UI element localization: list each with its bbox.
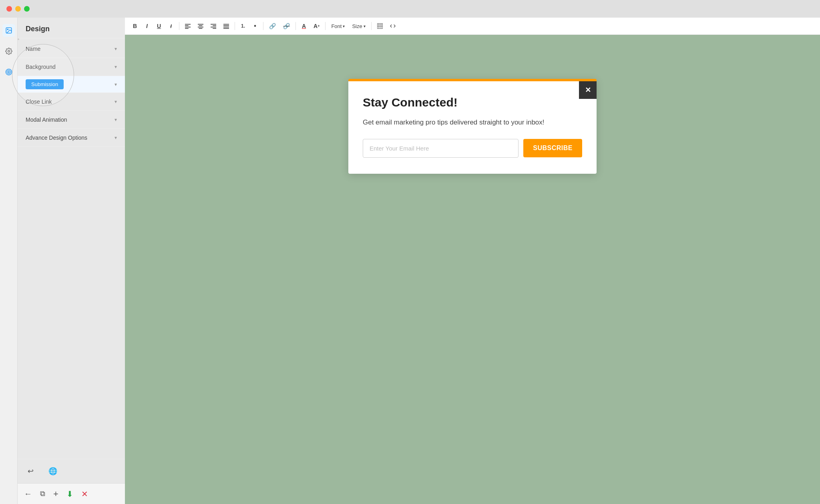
section-background-header[interactable]: Background ▾ bbox=[18, 58, 125, 76]
svg-rect-21 bbox=[223, 28, 229, 29]
section-background-label: Background bbox=[26, 64, 56, 70]
svg-rect-16 bbox=[211, 27, 216, 28]
svg-rect-17 bbox=[213, 28, 216, 29]
minimize-btn[interactable] bbox=[15, 6, 21, 12]
chevron-submission: ▾ bbox=[115, 82, 117, 87]
download-btn[interactable]: ⬇ bbox=[66, 489, 73, 499]
maximize-btn[interactable] bbox=[24, 6, 30, 12]
panel-bottom-icons: ↩ 🌐 bbox=[18, 459, 125, 483]
italic-btn[interactable]: I bbox=[142, 21, 152, 31]
align-center-btn[interactable] bbox=[195, 21, 206, 31]
underline-btn[interactable]: U bbox=[154, 21, 164, 31]
divider-1 bbox=[179, 22, 179, 30]
font-color-btn[interactable]: A bbox=[299, 21, 309, 31]
svg-rect-13 bbox=[199, 28, 203, 29]
settings-icon-btn[interactable] bbox=[2, 45, 15, 58]
modal-description: Get email marketing pro tips delivered s… bbox=[363, 117, 582, 128]
svg-point-5 bbox=[8, 72, 9, 73]
svg-rect-22 bbox=[377, 23, 383, 29]
chevron-modal-animation: ▾ bbox=[115, 117, 117, 122]
section-submission: Submission ▾ bbox=[18, 76, 125, 93]
bg-color-btn[interactable]: A+ bbox=[311, 21, 322, 31]
svg-rect-6 bbox=[185, 24, 191, 25]
duplicate-btn[interactable]: ⧉ bbox=[40, 490, 45, 498]
unlink-btn[interactable]: 🔗 bbox=[280, 21, 293, 31]
modal-wrapper: ✕ Stay Connected! Get email marketing pr… bbox=[125, 55, 820, 174]
table-btn[interactable] bbox=[374, 21, 386, 31]
svg-rect-20 bbox=[223, 27, 229, 28]
undo-icon-btn[interactable]: ↩ bbox=[24, 465, 37, 478]
section-modal-animation: Modal Animation ▾ bbox=[18, 111, 125, 129]
divider-3 bbox=[263, 22, 263, 30]
section-advance-design-header[interactable]: Advance Design Options ▾ bbox=[18, 129, 125, 147]
strikethrough-btn[interactable]: I bbox=[166, 21, 176, 31]
svg-rect-11 bbox=[199, 25, 203, 26]
section-name: Name ▾ bbox=[18, 40, 125, 58]
icon-sidebar bbox=[0, 18, 18, 504]
target-icon-btn[interactable] bbox=[2, 66, 15, 78]
unordered-list-btn[interactable]: • bbox=[250, 21, 260, 31]
divider-4 bbox=[295, 22, 296, 30]
svg-point-4 bbox=[7, 70, 10, 74]
close-btn[interactable] bbox=[6, 6, 12, 12]
bottom-bar: ← ⧉ + ⬇ ✕ bbox=[18, 483, 125, 504]
modal-form: SUBSCRIBE bbox=[363, 139, 582, 158]
submission-row: Submission ▾ bbox=[18, 76, 125, 92]
modal-content: Stay Connected! Get email marketing pro … bbox=[348, 81, 597, 174]
align-left-btn[interactable] bbox=[182, 21, 193, 31]
svg-rect-15 bbox=[213, 25, 216, 26]
subscribe-button[interactable]: SUBSCRIBE bbox=[523, 139, 582, 157]
ordered-list-btn[interactable]: 1. bbox=[238, 21, 248, 31]
bold-btn[interactable]: B bbox=[130, 21, 140, 31]
modal-close-btn[interactable]: ✕ bbox=[579, 81, 597, 99]
delete-btn[interactable]: ✕ bbox=[81, 489, 88, 499]
submission-button[interactable]: Submission bbox=[26, 79, 64, 89]
svg-rect-14 bbox=[211, 24, 216, 25]
add-btn[interactable]: + bbox=[53, 489, 58, 499]
divider-5 bbox=[325, 22, 326, 30]
align-justify-btn[interactable] bbox=[221, 21, 232, 31]
titlebar bbox=[0, 0, 820, 18]
modal-title: Stay Connected! bbox=[363, 96, 582, 109]
chevron-name: ▾ bbox=[115, 46, 117, 52]
canvas-area: B I U I 1. • 🔗 🔗 A A+ bbox=[125, 18, 820, 504]
font-dropdown-arrow: ▾ bbox=[343, 24, 345, 28]
chevron-close-link: ▾ bbox=[115, 99, 117, 104]
svg-rect-18 bbox=[223, 24, 229, 25]
svg-rect-10 bbox=[198, 24, 203, 25]
section-advance-design-label: Advance Design Options bbox=[26, 135, 87, 141]
image-icon-btn[interactable] bbox=[2, 24, 15, 37]
size-dropdown-label: Size bbox=[352, 23, 362, 29]
section-close-link-label: Close Link bbox=[26, 98, 52, 105]
divider-2 bbox=[235, 22, 235, 30]
font-dropdown[interactable]: Font ▾ bbox=[328, 22, 348, 31]
align-right-btn[interactable] bbox=[208, 21, 219, 31]
svg-rect-8 bbox=[185, 27, 191, 28]
size-dropdown[interactable]: Size ▾ bbox=[349, 22, 368, 31]
section-modal-animation-header[interactable]: Modal Animation ▾ bbox=[18, 111, 125, 129]
svg-rect-19 bbox=[223, 25, 229, 26]
modal: ✕ Stay Connected! Get email marketing pr… bbox=[348, 79, 597, 174]
svg-rect-12 bbox=[198, 27, 203, 28]
toolbar: B I U I 1. • 🔗 🔗 A A+ bbox=[125, 18, 820, 35]
section-close-link-header[interactable]: Close Link ▾ bbox=[18, 93, 125, 110]
globe-icon-btn[interactable]: 🌐 bbox=[46, 465, 59, 478]
panel-title: Design bbox=[18, 18, 125, 38]
canvas-main[interactable]: ✕ Stay Connected! Get email marketing pr… bbox=[125, 35, 820, 504]
email-input[interactable] bbox=[363, 139, 519, 158]
chevron-background: ▾ bbox=[115, 64, 117, 70]
section-background: Background ▾ bbox=[18, 58, 125, 76]
svg-rect-9 bbox=[185, 28, 189, 29]
svg-point-2 bbox=[8, 50, 10, 52]
link-btn[interactable]: 🔗 bbox=[266, 21, 279, 31]
section-close-link: Close Link ▾ bbox=[18, 93, 125, 111]
section-name-header[interactable]: Name ▾ bbox=[18, 40, 125, 58]
source-btn[interactable] bbox=[387, 21, 398, 31]
svg-point-1 bbox=[7, 29, 8, 30]
back-btn[interactable]: ← bbox=[24, 489, 32, 498]
svg-rect-7 bbox=[185, 25, 189, 26]
divider-6 bbox=[371, 22, 372, 30]
font-dropdown-label: Font bbox=[331, 23, 342, 29]
section-modal-animation-label: Modal Animation bbox=[26, 116, 67, 123]
section-name-label: Name bbox=[26, 46, 40, 52]
